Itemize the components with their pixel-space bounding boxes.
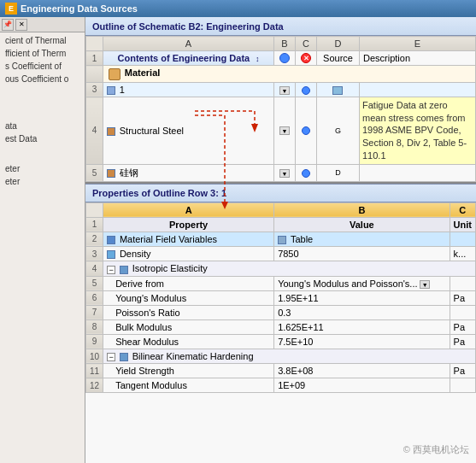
prop-cell-c5 bbox=[450, 276, 475, 290]
cell-e3 bbox=[360, 82, 476, 97]
prop-cell-a1: Property bbox=[103, 217, 274, 232]
left-panel-toolbar: 📌 ✕ bbox=[0, 17, 85, 32]
cell-d3[interactable] bbox=[317, 82, 360, 97]
properties-header: Properties of Outline Row 3: 1 bbox=[85, 184, 476, 202]
col-a-label: A bbox=[185, 205, 192, 215]
col-e-header: E bbox=[360, 37, 476, 51]
cell-b3[interactable]: ▼ bbox=[274, 82, 296, 97]
properties-table: A B C 1 bbox=[85, 202, 476, 463]
prop-cell-a4[interactable]: − Isotropic Elasticity bbox=[103, 261, 476, 276]
prop-col-c-header: C bbox=[450, 202, 475, 217]
prop-row-11[interactable]: 11 Yield Strength 3.8E+08 Pa bbox=[86, 364, 476, 378]
prop-row-6[interactable]: 6 Young's Modulus 1.95E+11 Pa bbox=[86, 290, 476, 305]
left-item-param2[interactable]: eter bbox=[2, 175, 83, 188]
table-row-3[interactable]: 3 1 ▼ bbox=[86, 82, 476, 97]
table-row: 1 Contents of Engineering Data ↕ ✕ Sou bbox=[86, 51, 476, 66]
prop-row-num-5: 5 bbox=[86, 276, 103, 290]
cell-c3[interactable] bbox=[296, 82, 317, 97]
col-d-header: D bbox=[317, 37, 360, 51]
prop-cell-b12[interactable]: 1E+09 bbox=[274, 378, 450, 393]
cell-d4[interactable]: G bbox=[317, 97, 360, 164]
left-item-data1[interactable]: ata bbox=[2, 120, 83, 132]
cell-d5[interactable]: D bbox=[317, 164, 360, 181]
prop-cell-a5[interactable]: Derive from bbox=[103, 276, 274, 290]
expand-icon-10[interactable]: − bbox=[107, 353, 115, 361]
circle-icon-c5 bbox=[302, 169, 310, 178]
prop-row-8[interactable]: 8 Bulk Modulus 1.625E+11 Pa bbox=[86, 319, 476, 334]
prop-row-num-12: 12 bbox=[86, 378, 103, 393]
prop-cell-b11[interactable]: 3.8E+08 bbox=[274, 364, 450, 378]
dropdown-b3[interactable]: ▼ bbox=[279, 86, 290, 95]
cell-c1[interactable]: ✕ bbox=[296, 51, 317, 66]
prop-row-4[interactable]: 4 − Isotropic Elasticity bbox=[86, 261, 476, 276]
prop-row-num-1: 1 bbox=[86, 217, 103, 232]
elasticity-icon bbox=[120, 266, 128, 274]
cell-contents[interactable]: Contents of Engineering Data ↕ bbox=[103, 51, 274, 66]
cell-a3[interactable]: 1 bbox=[103, 82, 274, 97]
cell-b4[interactable]: ▼ bbox=[274, 97, 296, 164]
left-panel: 📌 ✕ cient of Thermal fficient of Therm s… bbox=[0, 17, 85, 463]
table-row-material-header: Material bbox=[86, 66, 476, 82]
prop-row-num-4: 4 bbox=[86, 261, 103, 276]
prop-cell-b5[interactable]: Young's Modulus and Poisson's... ▼ bbox=[274, 276, 450, 290]
prop-col-a-header: A bbox=[103, 202, 274, 217]
prop-cell-a7[interactable]: Poisson's Ratio bbox=[103, 305, 274, 319]
close-button[interactable]: ✕ bbox=[15, 19, 27, 31]
prop-cell-b3[interactable]: 7850 bbox=[274, 246, 450, 261]
prop-row-num-3: 3 bbox=[86, 246, 103, 261]
prop-cell-a12[interactable]: Tangent Modulus bbox=[103, 378, 274, 393]
dropdown-b5-prop[interactable]: ▼ bbox=[420, 280, 430, 289]
row-num-1: 1 bbox=[86, 51, 103, 66]
prop-row-10[interactable]: 10 − Bilinear Kinematic Hardening bbox=[86, 349, 476, 363]
cell-c4[interactable] bbox=[296, 97, 317, 164]
dropdown-b4[interactable]: ▼ bbox=[279, 126, 290, 135]
prop-cell-a9[interactable]: Shear Modulus bbox=[103, 334, 274, 349]
left-item-3[interactable]: s Coefficient of bbox=[2, 60, 83, 73]
prop-row-5[interactable]: 5 Derive from Young's Modulus and Poisso… bbox=[86, 276, 476, 290]
prop-row-num-2: 2 bbox=[86, 232, 103, 246]
pin-button[interactable]: 📌 bbox=[2, 19, 14, 31]
prop-row-num-6: 6 bbox=[86, 290, 103, 305]
prop-cell-a10[interactable]: − Bilinear Kinematic Hardening bbox=[103, 349, 476, 363]
prop-cell-a8[interactable]: Bulk Modulus bbox=[103, 319, 274, 334]
left-panel-content: cient of Thermal fficient of Therm s Coe… bbox=[0, 32, 85, 463]
prop-cell-b7[interactable]: 0.3 bbox=[274, 305, 450, 319]
cell-b5[interactable]: ▼ bbox=[274, 164, 296, 181]
left-item-data2[interactable]: est Data bbox=[2, 132, 83, 145]
table-row-5[interactable]: 5 硅钢 ▼ D bbox=[86, 164, 476, 181]
left-item-param1[interactable]: eter bbox=[2, 162, 83, 175]
dropdown-b5[interactable]: ▼ bbox=[279, 169, 290, 178]
prop-row-7[interactable]: 7 Poisson's Ratio 0.3 bbox=[86, 305, 476, 319]
cell-a5[interactable]: 硅钢 bbox=[103, 164, 274, 181]
prop-row-9[interactable]: 9 Shear Modulus 7.5E+10 Pa bbox=[86, 334, 476, 349]
prop-cell-a2[interactable]: Material Field Variables bbox=[103, 232, 274, 246]
hardening-icon bbox=[120, 353, 128, 361]
prop-cell-a3[interactable]: Density bbox=[103, 246, 274, 261]
cell-c5[interactable] bbox=[296, 164, 317, 181]
prop-cell-a11[interactable]: Yield Strength bbox=[103, 364, 274, 378]
prop-row-1: 1 Property Value Unit bbox=[86, 217, 476, 232]
properties-title: Properties of Outline Row 3: 1 bbox=[92, 188, 226, 198]
prop-row-12[interactable]: 12 Tangent Modulus 1E+09 bbox=[86, 378, 476, 393]
prop-row-3[interactable]: 3 Density 7850 k... bbox=[86, 246, 476, 261]
top-table: A B C D E bbox=[85, 36, 476, 184]
prop-cell-b6[interactable]: 1.95E+11 bbox=[274, 290, 450, 305]
col-a-header: A bbox=[103, 37, 274, 51]
material-icon bbox=[109, 68, 120, 80]
prop-cell-b8[interactable]: 1.625E+11 bbox=[274, 319, 450, 334]
item-icon-4 bbox=[107, 127, 115, 136]
left-item-2[interactable]: fficient of Therm bbox=[2, 47, 83, 60]
left-item-1[interactable]: cient of Thermal bbox=[2, 34, 83, 47]
prop-row-2[interactable]: 2 Material Field Variables Table bbox=[86, 232, 476, 246]
left-item-4[interactable]: ous Coefficient o bbox=[2, 73, 83, 85]
prop-cell-c2 bbox=[450, 232, 475, 246]
expand-icon-4[interactable]: − bbox=[107, 266, 115, 274]
prop-cell-a6[interactable]: Young's Modulus bbox=[103, 290, 274, 305]
cell-a4[interactable]: Structural Steel bbox=[103, 97, 274, 164]
table-row-4[interactable]: 4 Structural Steel ▼ G Fa bbox=[86, 97, 476, 164]
cell-b1[interactable] bbox=[274, 51, 296, 66]
prop-cell-b2[interactable]: Table bbox=[274, 232, 450, 246]
schematic-title: Outline of Schematic B2: Engineering Dat… bbox=[92, 21, 284, 32]
prop-cell-b9[interactable]: 7.5E+10 bbox=[274, 334, 450, 349]
app-icon: E bbox=[5, 3, 17, 15]
